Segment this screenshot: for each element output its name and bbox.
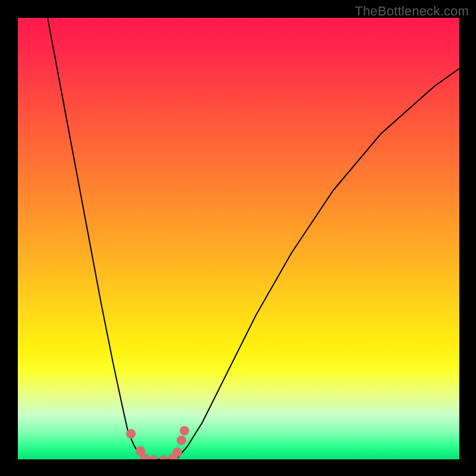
curve-right-arm <box>177 68 459 458</box>
marker-point <box>126 429 136 439</box>
marker-point <box>159 455 168 459</box>
marker-group <box>126 426 189 459</box>
marker-point <box>177 436 186 445</box>
curve-left-arm <box>48 18 143 458</box>
marker-point <box>149 455 158 459</box>
marker-point <box>173 447 182 457</box>
curve-group <box>48 18 459 459</box>
chart-frame: TheBottleneck.com <box>0 0 476 476</box>
curve-layer <box>18 18 459 459</box>
plot-area <box>18 18 459 459</box>
marker-point <box>180 426 189 436</box>
watermark-text: TheBottleneck.com <box>355 4 469 19</box>
